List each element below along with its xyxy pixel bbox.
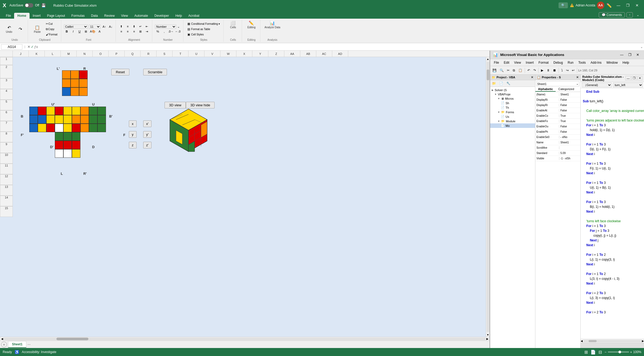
- vba-tb-save[interactable]: 💾: [491, 68, 498, 73]
- vba-menu-view[interactable]: View: [512, 60, 523, 65]
- tab-acrobat[interactable]: Acrobat: [185, 13, 202, 19]
- col-header-ab[interactable]: AB: [300, 51, 316, 57]
- ribbon-expand-button[interactable]: ⌄: [634, 12, 641, 18]
- vba-menu-tools[interactable]: Tools: [576, 60, 588, 65]
- font-increase-btn[interactable]: A↑: [102, 25, 107, 29]
- row-12[interactable]: 12: [0, 174, 13, 185]
- redo-button[interactable]: ↷: [15, 26, 26, 33]
- tree-item-us[interactable]: 📄 Us: [490, 114, 535, 119]
- tab-formulas[interactable]: Formulas: [68, 13, 88, 19]
- vba-code-close-btn[interactable]: ✕: [637, 76, 642, 80]
- wrap-text-btn[interactable]: ↵: [138, 24, 143, 29]
- tab-view[interactable]: View: [118, 13, 131, 19]
- row-13[interactable]: 13: [0, 185, 13, 196]
- editing-button[interactable]: ✏️ Editing: [245, 20, 258, 30]
- x-button[interactable]: x: [129, 120, 137, 127]
- tab-review[interactable]: Review: [101, 13, 118, 19]
- col-header-t[interactable]: T: [173, 51, 188, 57]
- col-header-u[interactable]: U: [188, 51, 204, 57]
- bold-button[interactable]: B: [64, 29, 70, 34]
- col-header-m[interactable]: M: [61, 51, 77, 57]
- search-button[interactable]: 🔍: [559, 2, 568, 8]
- col-header-p[interactable]: P: [109, 51, 125, 57]
- underline-button[interactable]: U: [77, 29, 83, 34]
- align-right-btn[interactable]: ≡: [131, 29, 137, 34]
- font-color-button[interactable]: A: [97, 29, 102, 34]
- tree-item-micros[interactable]: ▼ 🖥 Micros: [490, 96, 535, 101]
- formula-cancel-btn[interactable]: ✕: [27, 45, 30, 49]
- indent-decrease-btn[interactable]: ⇤: [144, 24, 150, 29]
- comma-btn[interactable]: ,: [161, 29, 167, 34]
- vba-menu-insert[interactable]: Insert: [524, 60, 536, 65]
- tab-page-layout[interactable]: Page Layout: [44, 13, 68, 19]
- row-9[interactable]: 9: [0, 142, 13, 153]
- align-center-btn[interactable]: ≡: [125, 29, 131, 34]
- vba-tb-cut[interactable]: ✂: [506, 68, 511, 73]
- decimal-increase-btn[interactable]: .0→: [168, 29, 174, 34]
- indent-increase-btn[interactable]: ⇥: [144, 29, 150, 34]
- col-header-k[interactable]: K: [29, 51, 45, 57]
- percent-btn[interactable]: %: [155, 29, 161, 34]
- formula-confirm-btn[interactable]: ✓: [31, 45, 34, 49]
- number-expand-btn[interactable]: ⌄: [177, 25, 181, 29]
- vba-tb-undo[interactable]: ↶: [526, 68, 531, 73]
- formula-insert-btn[interactable]: ƒx: [34, 45, 38, 49]
- add-sheet-button[interactable]: +: [1, 342, 7, 347]
- col-header-o[interactable]: O: [93, 51, 109, 57]
- analyze-data-button[interactable]: 📊 Analyze Data: [263, 20, 281, 30]
- col-header-ad[interactable]: AD: [332, 51, 348, 57]
- vba-tab-categorized[interactable]: Categorized: [556, 87, 577, 92]
- col-header-y[interactable]: Y: [252, 51, 268, 57]
- font-family-select[interactable]: Calibri: [64, 25, 88, 29]
- scroll-down-btn[interactable]: ▼: [486, 333, 490, 337]
- vba-tb-find[interactable]: 🔍: [498, 68, 505, 73]
- tree-item-modules[interactable]: ▼ 📁 Module: [490, 119, 535, 123]
- vba-tb-run[interactable]: ▶: [540, 68, 545, 73]
- scroll-right-btn[interactable]: ▶: [486, 337, 489, 340]
- font-size-select[interactable]: 11: [89, 25, 101, 29]
- vba-tb-redo[interactable]: ↷: [532, 68, 537, 73]
- page-layout-btn[interactable]: 📄: [590, 350, 596, 355]
- formula-input[interactable]: [39, 44, 639, 49]
- vba-proj-tb-btn3[interactable]: 🔧: [505, 81, 512, 86]
- user-avatar[interactable]: AA: [597, 2, 604, 9]
- format-painter-button[interactable]: 🖌Format: [44, 32, 59, 37]
- row-14[interactable]: 14: [0, 196, 13, 206]
- vba-tb-copy[interactable]: ⧉: [511, 68, 516, 73]
- merge-btn[interactable]: ⊞: [138, 29, 143, 34]
- y-button[interactable]: y: [129, 131, 137, 138]
- row-3[interactable]: 3: [0, 78, 13, 89]
- col-header-s[interactable]: S: [157, 51, 173, 57]
- fill-color-button[interactable]: A🎨: [89, 29, 96, 34]
- zoom-out-btn[interactable]: −: [605, 350, 607, 354]
- row-4[interactable]: 4: [0, 89, 13, 100]
- vba-tab-alphabetic[interactable]: Alphabetic: [535, 87, 556, 92]
- align-top-btn[interactable]: ⬆: [118, 24, 124, 29]
- row-10[interactable]: 10: [0, 153, 13, 164]
- minimize-button[interactable]: —: [614, 2, 623, 9]
- vertical-scrollbar[interactable]: ▲ ▼: [486, 57, 490, 337]
- col-header-v[interactable]: V: [204, 51, 220, 57]
- cell-reference-box[interactable]: [1, 44, 22, 50]
- close-button[interactable]: ✕: [633, 2, 641, 9]
- cell-styles-button[interactable]: ▣Cell Styles: [186, 32, 221, 37]
- vba-menu-help[interactable]: Help: [620, 60, 631, 65]
- row-11[interactable]: 11: [0, 164, 13, 174]
- vba-menu-edit[interactable]: Edit: [502, 60, 511, 65]
- tree-item-forms[interactable]: ▼ 📁 Forms: [490, 110, 535, 114]
- y-prime-button[interactable]: y': [143, 131, 151, 138]
- vba-scroll-right[interactable]: ▶: [642, 339, 644, 342]
- reset-button[interactable]: Reset: [111, 69, 129, 75]
- save-icon[interactable]: 💾: [41, 3, 46, 7]
- vba-restore-btn[interactable]: ❐: [626, 52, 634, 57]
- vba-menu-format[interactable]: Format: [536, 60, 551, 65]
- vba-props-close-btn[interactable]: ✕: [576, 75, 579, 79]
- col-header-ac[interactable]: AC: [316, 51, 332, 57]
- scroll-track-h[interactable]: [3, 338, 486, 340]
- tab-developer[interactable]: Developer: [151, 13, 172, 19]
- vba-menu-debug[interactable]: Debug: [551, 60, 565, 65]
- row-1[interactable]: 1: [0, 57, 13, 65]
- vba-menu-file[interactable]: File: [492, 60, 501, 65]
- page-break-btn[interactable]: ⊟: [598, 350, 602, 355]
- vba-tb-step-over[interactable]: ↪: [565, 68, 570, 73]
